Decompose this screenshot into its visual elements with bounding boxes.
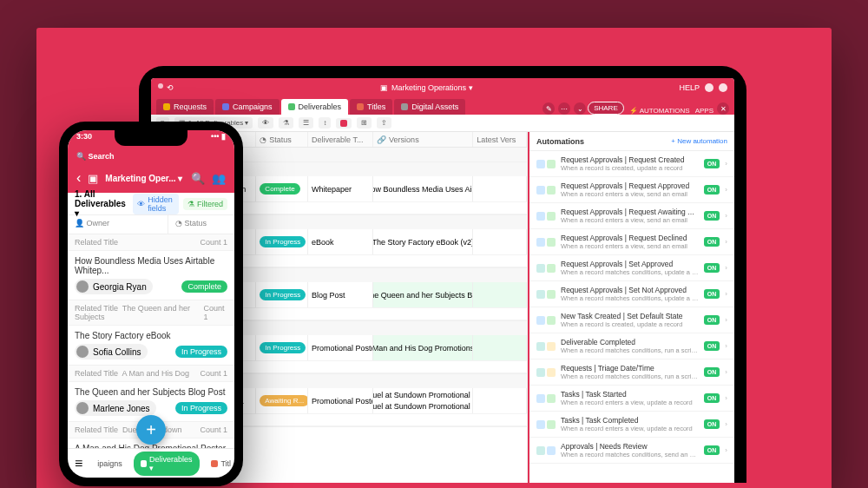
automation-step-icon	[547, 316, 556, 325]
automations-panel: Automations + New automation Request App…	[528, 132, 734, 483]
tab-deliverables[interactable]: Deliverables ▾	[134, 452, 201, 476]
automation-toggle[interactable]: ON	[704, 445, 720, 455]
chevron-right-icon: ›	[725, 160, 727, 168]
eye-icon: 👁	[137, 200, 145, 208]
apps-button[interactable]: APPS	[695, 107, 713, 115]
view-name[interactable]: 1. All Deliverables ▾	[75, 189, 128, 218]
eye-icon	[262, 119, 269, 127]
filter-icon: ⚗	[187, 200, 194, 208]
chevron-right-icon: ›	[725, 368, 727, 376]
automation-step-icon	[536, 160, 545, 168]
back-icon[interactable]: ‹	[76, 170, 81, 186]
automation-toggle[interactable]: ON	[704, 315, 720, 325]
automation-item[interactable]: Tasks | Task CompletedWhen a record ente…	[529, 412, 734, 438]
share-button[interactable]: SHARE	[588, 102, 624, 115]
phone-title[interactable]: Marketing Oper... ▾	[105, 174, 184, 183]
tab-campaigns[interactable]: Campaigns	[215, 99, 279, 115]
automation-step-icon	[536, 316, 545, 325]
tab-requests[interactable]: Requests	[156, 99, 214, 115]
tool-icon[interactable]: ✎	[542, 102, 555, 115]
menu-icon[interactable]: ≡	[75, 456, 82, 472]
row-height-button[interactable]: ⊞	[357, 117, 372, 129]
sort-button[interactable]: ↕	[319, 117, 331, 129]
base-title[interactable]: ▣ Marketing Operations ▾	[380, 83, 473, 92]
automation-item[interactable]: Tasks | Task StartedWhen a record enters…	[529, 386, 734, 412]
close-icon[interactable]: ✕	[717, 102, 729, 115]
automation-step-icon	[536, 238, 545, 247]
fab-add-button[interactable]: +	[136, 415, 166, 445]
automation-toggle[interactable]: ON	[704, 263, 720, 273]
filter-button[interactable]	[279, 117, 293, 129]
automation-item[interactable]: Approvals | Needs ReviewWhen a record ma…	[529, 438, 734, 464]
automation-item[interactable]: Request Approvals | Request Awaiting App…	[529, 203, 734, 229]
automation-toggle[interactable]: ON	[704, 367, 720, 377]
filtered-chip[interactable]: ⚗Filtered	[183, 198, 227, 210]
group-button[interactable]: ☰	[299, 117, 313, 129]
automation-item[interactable]: Request Approvals | Request CreatedWhen …	[529, 151, 734, 177]
automation-toggle[interactable]: ON	[704, 341, 720, 351]
record-card[interactable]: How Boundless Media Uses Airtable Whitep…	[68, 251, 234, 300]
automation-toggle[interactable]: ON	[704, 419, 720, 429]
people-icon[interactable]: 👥	[212, 172, 226, 185]
automation-step-icon	[547, 420, 556, 429]
automation-toggle[interactable]: ON	[704, 289, 720, 299]
help-link[interactable]: HELP	[679, 83, 700, 92]
automation-item[interactable]: Request Approvals | Set Not ApprovedWhen…	[529, 281, 734, 307]
search-row[interactable]: 🔍 Search	[68, 149, 234, 163]
link-icon: 🔗	[377, 135, 386, 144]
chevron-right-icon: ›	[725, 238, 727, 246]
automation-toggle[interactable]: ON	[704, 185, 720, 195]
automation-item[interactable]: New Task Created | Set Default StateWhen…	[529, 307, 734, 333]
automation-item[interactable]: Deliverable CompletedWhen a record match…	[529, 333, 734, 359]
search-icon[interactable]: 🔍	[191, 172, 205, 185]
tab-deliverables[interactable]: Deliverables	[281, 99, 349, 115]
notification-icon[interactable]	[705, 83, 713, 92]
automation-step-icon	[547, 186, 556, 195]
automation-item[interactable]: Request Approvals | Request ApprovedWhen…	[529, 177, 734, 203]
automations-button[interactable]: ⚡AUTOMATIONS	[629, 107, 690, 115]
automation-toggle[interactable]: ON	[704, 237, 720, 247]
owner-chip: Marlene Jones	[75, 400, 156, 416]
history-icon[interactable]: ⟲	[167, 83, 174, 92]
check-icon	[141, 460, 147, 467]
phone-view-controls: 1. All Deliverables ▾ 👁Hidden fields ⚗Fi…	[68, 193, 234, 215]
tool-icon[interactable]: ⌄	[574, 102, 586, 115]
search-icon: 🔍	[76, 152, 86, 161]
phone-group-header: Related Title The Queen and her Subjects…	[68, 300, 234, 326]
status-badge: In Progress	[175, 402, 227, 414]
automation-step-icon	[536, 446, 545, 455]
color-swatch	[340, 120, 347, 127]
hidden-fields-chip[interactable]: 👁Hidden fields	[133, 194, 179, 214]
avatar	[76, 346, 89, 358]
record-card[interactable]: The Story Factory eBookSofia CollinsIn P…	[68, 326, 234, 366]
phone-tab-bar: ≡ ipaigns Deliverables ▾ Titl +	[68, 448, 234, 478]
automation-step-icon	[547, 368, 556, 377]
window-dot[interactable]	[158, 83, 163, 89]
chevron-right-icon: ›	[725, 290, 727, 298]
tab-digital-assets[interactable]: Digital Assets	[394, 99, 465, 115]
avatar-icon[interactable]	[719, 83, 727, 92]
automation-toggle[interactable]: ON	[704, 159, 720, 168]
automation-toggle[interactable]: ON	[704, 393, 720, 403]
phone-device: 3:30 ••• ▮ 🔍 Search ‹ ▣ Marketing Oper..…	[59, 122, 243, 486]
chevron-right-icon: ›	[725, 316, 727, 324]
chevron-right-icon: ›	[725, 186, 727, 194]
automation-item[interactable]: Requests | Triage Date/TimeWhen a record…	[529, 359, 734, 386]
automation-item[interactable]: Request Approvals | Request DeclinedWhen…	[529, 229, 734, 255]
automation-step-icon	[547, 342, 556, 351]
automations-title: Automations	[536, 137, 584, 146]
chevron-right-icon: ›	[725, 212, 727, 220]
hide-fields-button[interactable]	[258, 117, 273, 129]
status-badge: In Progress	[175, 346, 227, 358]
new-automation-button[interactable]: + New automation	[671, 137, 727, 145]
color-button[interactable]	[336, 118, 352, 129]
tab-titles[interactable]: Titles	[350, 99, 392, 115]
share-view-button[interactable]: ⇪	[377, 117, 391, 129]
automation-toggle[interactable]: ON	[704, 211, 720, 221]
tool-icon[interactable]: ⋯	[558, 102, 570, 115]
automation-step-icon	[547, 290, 556, 299]
tab-campaigns[interactable]: ipaigns	[90, 456, 129, 472]
filter-icon	[283, 119, 289, 127]
tab-titles[interactable]: Titl	[204, 456, 234, 472]
automation-item[interactable]: Request Approvals | Set ApprovedWhen a r…	[529, 255, 734, 281]
